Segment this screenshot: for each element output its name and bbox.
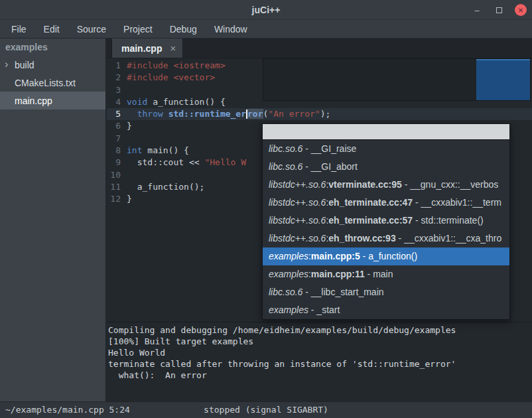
line-number: 7 — [107, 133, 125, 145]
line-number: 3 — [107, 84, 125, 96]
maximize-icon — [496, 7, 502, 13]
module-name: libstdc++.so.6 — [269, 215, 326, 226]
line-number: 11 — [107, 181, 125, 193]
backtrace-row[interactable]: libc.so.6 - __libc_start_main — [263, 283, 509, 301]
tab-close-icon[interactable]: × — [170, 42, 176, 54]
menu-item-source[interactable]: Source — [68, 21, 115, 37]
menu-bar: FileEditSourceProjectDebugWindow — [0, 20, 532, 38]
module-name: libc.so.6 — [269, 161, 302, 172]
source-location: eh_terminate.cc:57 — [328, 215, 413, 226]
terminal-output[interactable]: Compiling and debugging /home/eidheim/ex… — [107, 322, 532, 401]
title-bar: juCi++ – ✕ — [0, 0, 532, 20]
line-number: 10 — [107, 169, 125, 181]
line-number: 8 — [107, 145, 125, 157]
backtrace-row[interactable]: libstdc++.so.6:vterminate.cc:95 - __gnu_… — [263, 176, 509, 194]
backtrace-row[interactable]: libc.so.6 - __GI_raise — [263, 140, 509, 158]
code-line-5[interactable]: throw std::runtime_error("An error"); — [125, 108, 532, 120]
terminal-line: what(): An error — [108, 370, 531, 381]
file-tree: ›buildCMakeLists.txtmain.cpp — [0, 56, 105, 109]
source-location: main.cpp:5 — [311, 251, 360, 261]
symbol-name: - __GI_abort — [302, 161, 358, 172]
file-name-label: build — [15, 60, 34, 70]
window-title: juCi++ — [252, 5, 281, 15]
module-name: libstdc++.so.6 — [269, 233, 326, 244]
symbol-name: - _start — [308, 305, 340, 315]
sidebar-item-main-cpp[interactable]: main.cpp — [0, 92, 105, 109]
tab-label: main.cpp — [121, 43, 162, 54]
line-number: 5 — [107, 108, 125, 120]
symbol-name: - __gnu_cxx::__verbos — [402, 179, 499, 190]
source-location: main.cpp:11 — [311, 269, 365, 279]
source-location: eh_terminate.cc:47 — [328, 197, 413, 208]
gutter: 123456789101112 — [107, 58, 125, 322]
backtrace-row[interactable]: libstdc++.so.6:eh_terminate.cc:57 - std:… — [263, 212, 509, 230]
module-name: libc.so.6 — [269, 143, 302, 154]
status-bar: ~/examples/main.cpp 5:24 stopped (signal… — [0, 401, 532, 418]
backtrace-list: libc.so.6 - __GI_raiselibc.so.6 - __GI_a… — [263, 140, 509, 319]
terminal-line: terminate called after throwing an insta… — [108, 358, 531, 370]
sidebar-item-build[interactable]: ›build — [0, 56, 105, 74]
project-name: examples — [0, 38, 105, 56]
maximize-button[interactable] — [493, 4, 505, 16]
source-location: eh_throw.cc:93 — [328, 233, 395, 244]
backtrace-popup: libc.so.6 - __GI_raiselibc.so.6 - __GI_a… — [262, 123, 510, 320]
menu-item-window[interactable]: Window — [206, 21, 256, 37]
terminal-line: [100%] Built target examples — [108, 336, 531, 347]
backtrace-row[interactable]: examples:main.cpp:11 - main — [263, 265, 509, 283]
menu-item-project[interactable]: Project — [115, 21, 161, 37]
sidebar: examples ›buildCMakeLists.txtmain.cpp — [0, 38, 106, 401]
backtrace-row[interactable]: libstdc++.so.6:eh_throw.cc:93 - __cxxabi… — [263, 230, 509, 247]
source-location: vterminate.cc:95 — [328, 179, 402, 190]
menu-item-file[interactable]: File — [3, 21, 35, 37]
symbol-name: - __libc_start_main — [302, 287, 383, 297]
line-number: 9 — [107, 157, 125, 169]
symbol-name: - main — [365, 269, 393, 279]
line-number: 12 — [107, 193, 125, 205]
module-name: examples — [269, 269, 308, 279]
backtrace-row[interactable]: libc.so.6 - __GI_abort — [263, 158, 509, 176]
module-name: libc.so.6 — [269, 287, 302, 297]
backtrace-row[interactable]: examples - _start — [263, 301, 509, 319]
line-number: 6 — [107, 120, 125, 132]
tooltip-selection-highlight — [476, 59, 530, 100]
symbol-name: - __cxxabiv1::__term — [413, 197, 501, 208]
menu-item-debug[interactable]: Debug — [161, 21, 206, 37]
backtrace-row[interactable]: examples:main.cpp:5 - a_function() — [263, 247, 509, 265]
sidebar-item-cmakelists-txt[interactable]: CMakeLists.txt — [0, 74, 105, 92]
module-name: examples — [269, 305, 308, 315]
module-name: libstdc++.so.6 — [269, 179, 326, 190]
symbol-name: - std::terminate() — [413, 215, 484, 226]
line-number: 1 — [107, 60, 125, 72]
window-controls: – ✕ — [471, 0, 527, 20]
symbol-name: - __GI_raise — [302, 143, 356, 154]
symbol-name: - a_function() — [360, 251, 417, 261]
status-debug-state: stopped (signal SIGABRT) — [0, 402, 532, 418]
minimize-button[interactable]: – — [471, 4, 483, 16]
symbol-name: - __cxxabiv1::__cxa_thro — [396, 233, 502, 244]
close-button[interactable]: ✕ — [515, 4, 527, 16]
file-name-label: main.cpp — [15, 96, 52, 106]
module-name: libstdc++.so.6 — [269, 197, 326, 208]
terminal-line: Hello World — [108, 347, 531, 358]
line-number: 4 — [107, 96, 125, 108]
backtrace-row[interactable]: libstdc++.so.6:eh_terminate.cc:47 - __cx… — [263, 194, 509, 212]
file-name-label: CMakeLists.txt — [15, 78, 76, 88]
popup-search-entry[interactable] — [263, 124, 509, 140]
line-number: 2 — [107, 72, 125, 84]
module-name: examples — [269, 251, 308, 261]
tab-bar: main.cpp × — [107, 38, 532, 58]
terminal-line: Compiling and debugging /home/eidheim/ex… — [108, 324, 531, 336]
debug-tooltip-panel — [263, 58, 531, 101]
menu-item-edit[interactable]: Edit — [35, 21, 68, 37]
chevron-right-icon[interactable]: › — [5, 56, 8, 74]
tab-main-cpp[interactable]: main.cpp × — [111, 38, 183, 58]
